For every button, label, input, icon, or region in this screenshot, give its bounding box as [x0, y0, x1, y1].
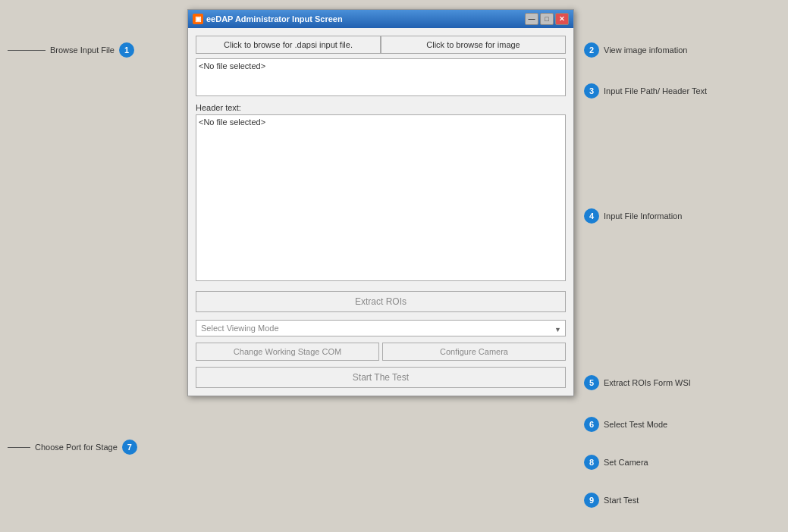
browse-image-button[interactable]: Click to browse for image	[381, 36, 566, 54]
titlebar-title: ▣ eeDAP Administrator Input Screen	[193, 14, 343, 24]
annotation-badge-7: 7	[122, 440, 137, 455]
annotation-4: 4 Input File Information	[584, 208, 682, 224]
annotation-text-7: Choose Port for Stage	[35, 443, 118, 452]
app-icon: ▣	[193, 14, 203, 24]
header-text-label: Header text:	[196, 103, 566, 112]
top-buttons-row: Click to browse for .dapsi input file. C…	[196, 36, 566, 54]
select-viewing-mode[interactable]: Select Viewing Mode	[196, 320, 566, 336]
extract-rois-button[interactable]: Extract ROIs	[196, 291, 566, 312]
window-body: Click to browse for .dapsi input file. C…	[188, 28, 573, 396]
annotation-line-1	[8, 50, 46, 51]
configure-camera-button[interactable]: Configure Camera	[382, 343, 566, 361]
annotation-badge-2: 2	[584, 42, 599, 58]
annotation-text-6: Select Test Mode	[604, 420, 667, 429]
main-window: ▣ eeDAP Administrator Input Screen — □ ✕…	[187, 9, 574, 396]
annotation-7: 7 Choose Port for Stage	[8, 440, 137, 455]
annotation-9: 9 Start Test	[584, 493, 639, 508]
annotation-line-7	[8, 447, 30, 448]
annotation-2: 2 View image infomation	[584, 42, 687, 58]
annotation-1: 1 Browse Input File	[8, 42, 134, 58]
annotation-3: 3 Input File Path/ Header Text	[584, 83, 707, 99]
close-button[interactable]: ✕	[555, 13, 569, 25]
titlebar: ▣ eeDAP Administrator Input Screen — □ ✕	[188, 10, 573, 28]
annotation-badge-8: 8	[584, 455, 599, 470]
annotation-8: 8 Set Camera	[584, 455, 648, 470]
annotation-badge-3: 3	[584, 83, 599, 99]
start-test-button[interactable]: Start The Test	[196, 367, 566, 388]
annotation-text-9: Start Test	[604, 496, 639, 505]
file-path-textarea[interactable]: <No file selected>	[196, 58, 566, 96]
header-text-area[interactable]: <No file selected>	[196, 114, 566, 281]
annotation-badge-9: 9	[584, 493, 599, 508]
annotation-badge-4: 4	[584, 208, 599, 224]
annotation-text-4: Input File Information	[604, 211, 682, 221]
minimize-button[interactable]: —	[525, 13, 538, 25]
annotation-text-5: Extract ROIs Form WSI	[604, 378, 691, 387]
com-camera-buttons: Change Working Stage COM Configure Camer…	[196, 343, 566, 361]
annotation-text-2: View image infomation	[604, 45, 687, 55]
annotation-text-1: Browse Input File	[50, 45, 115, 55]
annotation-5: 5 Extract ROIs Form WSI	[584, 375, 691, 390]
window-controls: — □ ✕	[525, 13, 569, 25]
annotation-text-8: Set Camera	[604, 458, 648, 467]
window-title: eeDAP Administrator Input Screen	[206, 14, 343, 23]
annotation-badge-1: 1	[119, 42, 134, 58]
restore-button[interactable]: □	[540, 13, 554, 25]
change-com-button[interactable]: Change Working Stage COM	[196, 343, 379, 361]
annotation-text-3: Input File Path/ Header Text	[604, 86, 707, 95]
select-viewing-mode-wrapper: Select Viewing Mode	[196, 320, 566, 340]
annotation-badge-6: 6	[584, 417, 599, 432]
browse-file-button[interactable]: Click to browse for .dapsi input file.	[196, 36, 381, 54]
annotation-6: 6 Select Test Mode	[584, 417, 667, 432]
annotation-badge-5: 5	[584, 375, 599, 390]
